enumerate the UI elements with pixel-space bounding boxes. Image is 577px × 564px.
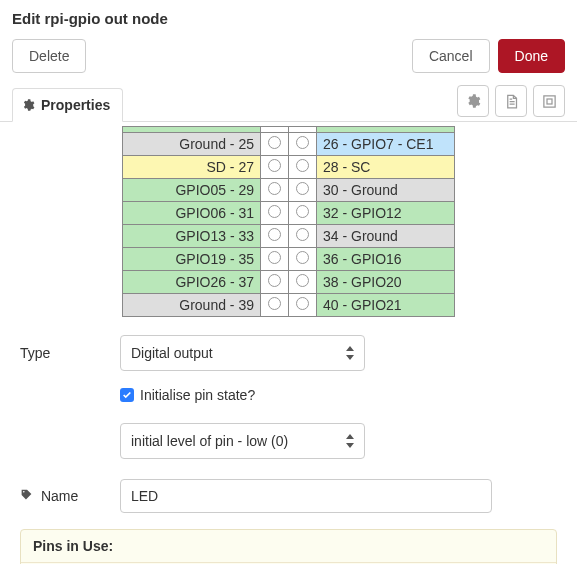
tab-properties-label: Properties — [41, 97, 110, 113]
pin-row: SD - 2728 - SC — [123, 156, 455, 179]
svg-rect-1 — [547, 99, 552, 104]
description-icon-button[interactable] — [495, 85, 527, 117]
tab-icon-buttons — [457, 85, 565, 121]
cancel-button[interactable]: Cancel — [412, 39, 490, 73]
pin-left-radio[interactable] — [261, 202, 289, 225]
tabs-row: Properties — [0, 85, 577, 122]
pin-row: GPIO13 - 3334 - Ground — [123, 225, 455, 248]
radio-icon — [268, 182, 281, 195]
init-pin-checkbox[interactable] — [120, 388, 134, 402]
radio-icon — [296, 159, 309, 172]
pin-left-radio[interactable] — [261, 179, 289, 202]
gear-icon — [465, 93, 481, 109]
pin-right-label: 28 - SC — [317, 156, 455, 179]
pin-right-label: 38 - GPIO20 — [317, 271, 455, 294]
dialog-title-text: Edit rpi-gpio out node — [12, 10, 168, 27]
radio-icon — [268, 274, 281, 287]
pin-left-radio[interactable] — [261, 271, 289, 294]
pin-right-radio[interactable] — [289, 202, 317, 225]
pin-row: Ground - 2526 - GPIO7 - CE1 — [123, 133, 455, 156]
delete-button[interactable]: Delete — [12, 39, 86, 73]
pin-right-label: 26 - GPIO7 - CE1 — [317, 133, 455, 156]
delete-button-label: Delete — [29, 48, 69, 64]
pin-row: GPIO06 - 3132 - GPIO12 — [123, 202, 455, 225]
expand-icon — [542, 94, 557, 109]
pin-row: Ground - 3940 - GPIO21 — [123, 294, 455, 317]
chevron-updown-icon — [346, 424, 354, 458]
name-input[interactable]: LED — [120, 479, 492, 513]
type-select[interactable]: Digital output — [120, 335, 365, 371]
svg-point-2 — [23, 491, 25, 493]
pin-right-radio[interactable] — [289, 248, 317, 271]
radio-icon — [296, 228, 309, 241]
dialog-title: Edit rpi-gpio out node — [0, 0, 577, 31]
pin-left-label: GPIO06 - 31 — [123, 202, 261, 225]
properties-panel: Ground - 2526 - GPIO7 - CE1SD - 2728 - S… — [0, 122, 577, 564]
pin-right-radio[interactable] — [289, 179, 317, 202]
tab-properties[interactable]: Properties — [12, 88, 123, 122]
pin-left-radio[interactable] — [261, 156, 289, 179]
pin-right-radio[interactable] — [289, 225, 317, 248]
init-level-select[interactable]: initial level of pin - low (0) — [120, 423, 365, 459]
pin-left-radio[interactable] — [261, 294, 289, 317]
pin-right-radio[interactable] — [289, 294, 317, 317]
document-icon — [504, 94, 519, 109]
type-label: Type — [20, 345, 120, 361]
dialog-buttons: Delete Cancel Done — [0, 31, 577, 85]
pin-left-radio[interactable] — [261, 248, 289, 271]
pin-left-label: GPIO13 - 33 — [123, 225, 261, 248]
tag-icon — [20, 488, 37, 504]
pin-row: GPIO26 - 3738 - GPIO20 — [123, 271, 455, 294]
chevron-updown-icon — [346, 336, 354, 370]
pins-in-use-box: Pins in Use: Tip: For digital output - i… — [20, 529, 557, 564]
appearance-icon-button[interactable] — [533, 85, 565, 117]
radio-icon — [296, 136, 309, 149]
pin-right-label: 40 - GPIO21 — [317, 294, 455, 317]
pin-row: GPIO19 - 3536 - GPIO16 — [123, 248, 455, 271]
pin-left-label: GPIO26 - 37 — [123, 271, 261, 294]
pins-in-use-head-text: Pins in Use — [33, 538, 108, 554]
name-label: Name — [20, 488, 120, 504]
init-pin-label: Initialise pin state? — [140, 387, 255, 403]
gear-icon — [21, 98, 35, 112]
svg-rect-0 — [543, 95, 554, 106]
pin-left-radio[interactable] — [261, 225, 289, 248]
radio-icon — [268, 205, 281, 218]
init-level-row: initial level of pin - low (0) — [20, 423, 557, 459]
pin-left-label: Ground - 25 — [123, 133, 261, 156]
pin-left-label: GPIO19 - 35 — [123, 248, 261, 271]
pin-left-label: Ground - 39 — [123, 294, 261, 317]
settings-icon-button[interactable] — [457, 85, 489, 117]
pin-right-label: 30 - Ground — [317, 179, 455, 202]
radio-icon — [296, 205, 309, 218]
init-level-value: initial level of pin - low (0) — [131, 433, 288, 449]
radio-icon — [296, 274, 309, 287]
radio-icon — [268, 228, 281, 241]
done-button[interactable]: Done — [498, 39, 565, 73]
name-label-text: Name — [41, 488, 78, 504]
done-button-label: Done — [515, 48, 548, 64]
radio-icon — [268, 297, 281, 310]
pin-left-radio[interactable] — [261, 133, 289, 156]
radio-icon — [268, 159, 281, 172]
pin-row: GPIO05 - 2930 - Ground — [123, 179, 455, 202]
name-row: Name LED — [20, 479, 557, 513]
type-row: Type Digital output — [20, 335, 557, 371]
pin-right-radio[interactable] — [289, 133, 317, 156]
init-pin-row: Initialise pin state? — [120, 387, 557, 403]
radio-icon — [296, 297, 309, 310]
cancel-button-label: Cancel — [429, 48, 473, 64]
name-input-value: LED — [131, 488, 158, 504]
pin-right-label: 36 - GPIO16 — [317, 248, 455, 271]
pin-right-radio[interactable] — [289, 271, 317, 294]
pin-right-label: 32 - GPIO12 — [317, 202, 455, 225]
pin-left-label: SD - 27 — [123, 156, 261, 179]
pin-right-radio[interactable] — [289, 156, 317, 179]
pins-in-use-head: Pins in Use: — [21, 530, 556, 563]
radio-icon — [268, 136, 281, 149]
pin-left-label: GPIO05 - 29 — [123, 179, 261, 202]
radio-icon — [296, 251, 309, 264]
pin-right-label: 34 - Ground — [317, 225, 455, 248]
pin-table: Ground - 2526 - GPIO7 - CE1SD - 2728 - S… — [122, 126, 455, 317]
radio-icon — [296, 182, 309, 195]
